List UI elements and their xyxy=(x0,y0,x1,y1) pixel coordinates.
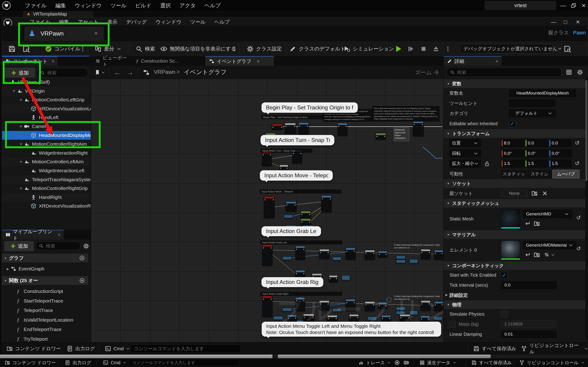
graph-node-30[interactable] xyxy=(434,250,443,260)
collapse-icon[interactable]: ▼ xyxy=(447,82,450,85)
graph-node-34[interactable] xyxy=(342,275,350,280)
rotation-x-field[interactable]: 0.0° xyxy=(501,150,524,157)
main-menu-4[interactable]: ビルド xyxy=(131,0,156,11)
graph-node-0[interactable] xyxy=(272,124,283,130)
reset-material-icon[interactable]: ↺ xyxy=(576,245,581,252)
variable-name-input[interactable]: HeadMountedDisplayMesh xyxy=(509,90,576,97)
save-all-button[interactable]: すべて保存済み xyxy=(473,342,516,355)
trace-button[interactable]: トレース xyxy=(358,358,391,367)
use-selected-asset-icon[interactable] xyxy=(524,220,530,227)
my-blueprint-graphs-header[interactable]: ▼グラフ xyxy=(2,254,88,262)
graph-node-17[interactable] xyxy=(321,195,331,212)
output-log-button[interactable]: 出力ログ xyxy=(67,342,95,355)
mass-override-checkbox[interactable] xyxy=(449,321,456,327)
graph-node-14[interactable] xyxy=(301,219,311,225)
unreal-logo-icon[interactable] xyxy=(2,1,11,10)
main-menu-6[interactable]: アクタ xyxy=(175,0,200,11)
bp-menu-2[interactable]: アセット xyxy=(73,17,103,27)
graph-node-2[interactable] xyxy=(299,123,309,134)
socket-browse-icon[interactable] xyxy=(531,190,538,197)
mass-field[interactable]: 2.318809 xyxy=(501,320,556,328)
bp-menu-0[interactable]: ファイル xyxy=(25,17,55,27)
stop-button[interactable] xyxy=(420,45,427,53)
scale-dropdown[interactable]: 拡大・縮小 xyxy=(450,160,481,167)
level-tab[interactable]: VRTemplateMap xyxy=(23,11,93,17)
graph-node-subsystem[interactable]: Enhanced Input Local Player Subsystem xyxy=(394,127,409,141)
simulate-physics-checkbox[interactable] xyxy=(501,311,508,317)
material-checker-chevron-icon[interactable] xyxy=(551,252,555,257)
bp-minimize-button[interactable]: — xyxy=(549,19,558,25)
category-input[interactable]: デフォルト xyxy=(509,109,544,117)
my-blueprint-eventgraph-row[interactable]: ▶EventGraph xyxy=(2,264,91,273)
graph-node-20[interactable] xyxy=(295,246,305,260)
browse-to-asset-icon[interactable] xyxy=(534,220,540,227)
save-all-button[interactable]: すべて保存済み xyxy=(471,358,512,367)
main-menu-2[interactable]: ウィンドウ xyxy=(70,0,106,11)
rotation-dropdown[interactable]: 回転 xyxy=(450,150,481,157)
find-in-blueprint-button[interactable]: 検索 xyxy=(135,41,155,56)
tick-enabled-checkbox[interactable]: ✓ xyxy=(501,272,508,278)
class-defaults-button[interactable]: クラスのデフォルト xyxy=(289,41,346,56)
tick-interval-field[interactable]: 0.0 xyxy=(501,282,556,289)
my-blueprint-functions-header[interactable]: ▼関数 (25 オー xyxy=(2,276,88,285)
material-thumbnail[interactable] xyxy=(501,241,520,260)
function-row-TryTeleport[interactable]: ƒTryTeleport xyxy=(2,334,91,342)
cmd-dropdown[interactable]: Cmd xyxy=(105,342,130,355)
rotation-y-field[interactable]: 0.0° xyxy=(525,150,548,157)
editable-when-inherited-checkbox[interactable]: ✓ xyxy=(509,120,516,127)
asset-tab-vrpawn[interactable]: ♟ VRPawn × xyxy=(24,26,104,41)
main-menu-3[interactable]: ツール xyxy=(106,0,131,11)
graph-node-24[interactable] xyxy=(365,250,375,260)
rotation-z-field[interactable]: 0.0° xyxy=(549,150,572,157)
cmd-dropdown[interactable]: Cmd xyxy=(103,358,126,367)
main-console-input[interactable] xyxy=(132,360,236,365)
derived-data-button[interactable]: 派生データ xyxy=(419,358,456,367)
compile-button[interactable]: コンパイル xyxy=(45,41,80,56)
socket-clear-icon[interactable] xyxy=(542,190,548,196)
details-settings-icon[interactable] xyxy=(577,69,583,75)
play-button[interactable] xyxy=(394,44,403,53)
details-scrollbar[interactable] xyxy=(586,78,587,340)
main-menu-7[interactable]: ヘルプ xyxy=(200,0,225,11)
scale-z-field[interactable]: 1.5 xyxy=(549,160,572,167)
close-button[interactable]: × xyxy=(580,1,587,10)
location-x-field[interactable]: 8.0 xyxy=(501,139,524,147)
revision-control-button[interactable]: リビジョンコントロール xyxy=(521,342,588,355)
revision-control-button[interactable]: リビジョンコントロール xyxy=(519,358,585,367)
graph-node-28[interactable] xyxy=(409,259,418,263)
graph-node-29[interactable] xyxy=(421,249,431,259)
bp-maximize-button[interactable]: □ xyxy=(561,19,570,25)
graph-node-19[interactable] xyxy=(283,257,292,260)
graph-node-10[interactable] xyxy=(264,196,275,218)
category-dropdown-button[interactable] xyxy=(545,109,556,117)
details-grid-icon[interactable] xyxy=(566,69,572,75)
compile-options-button[interactable] xyxy=(80,46,86,52)
save-asset-button[interactable] xyxy=(8,45,16,53)
location-y-field[interactable]: 0.0 xyxy=(525,139,548,147)
breadcrumb-current[interactable]: イベントグラフ xyxy=(184,68,226,76)
graph-node-7[interactable] xyxy=(262,151,272,166)
function-row-StartTeleportTrace[interactable]: ƒStartTeleportTrace xyxy=(2,296,91,306)
reset-scale-icon[interactable]: ↺ xyxy=(575,160,579,167)
graph-node-6[interactable] xyxy=(413,121,424,136)
graph-node-5[interactable] xyxy=(376,133,386,140)
scale-lock-icon[interactable] xyxy=(484,161,490,167)
hide-unrelated-button[interactable]: 無関係な項目を非表示にする xyxy=(160,41,236,56)
close-icon[interactable]: × xyxy=(257,59,259,64)
details-search-input[interactable] xyxy=(457,69,559,75)
parent-class-link[interactable]: Pawn xyxy=(573,30,586,35)
reset-location-icon[interactable]: ↺ xyxy=(575,140,579,146)
play-options-button[interactable] xyxy=(445,46,451,52)
graph-node-11[interactable] xyxy=(286,201,296,211)
minimize-button[interactable]: — xyxy=(558,2,568,9)
browse-asset-button[interactable] xyxy=(22,45,30,53)
breadcrumb-root[interactable]: VRPawn xyxy=(154,69,175,75)
main-menu-0[interactable]: ファイル xyxy=(21,0,51,11)
function-row-ConstructionScript[interactable]: ƒConstructionScript xyxy=(2,287,91,296)
scale-y-field[interactable]: 1.5 xyxy=(525,160,548,167)
mobility-static-button[interactable]: スタティッ xyxy=(501,170,527,178)
graph-node-35[interactable] xyxy=(262,296,272,317)
material-dropdown[interactable]: GenericHMDMaterial xyxy=(523,241,576,249)
main-menu-5[interactable]: 選択 xyxy=(156,0,175,11)
class-settings-button[interactable]: クラス設定 xyxy=(246,41,282,56)
